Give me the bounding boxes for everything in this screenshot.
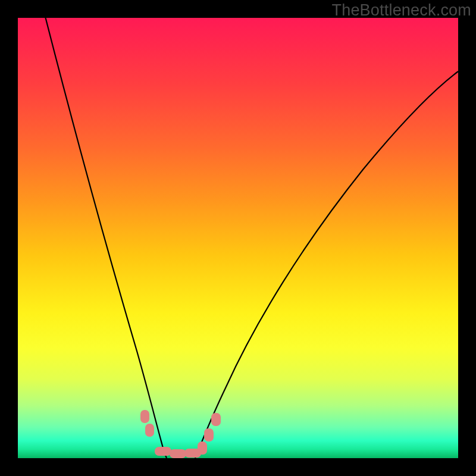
svg-rect-1 <box>145 424 154 437</box>
svg-rect-0 <box>140 410 149 423</box>
svg-rect-2 <box>155 447 171 456</box>
highlight-markers <box>140 410 221 458</box>
right-curve <box>195 71 458 458</box>
svg-rect-7 <box>211 413 221 426</box>
left-curve <box>44 18 167 458</box>
chart-frame: TheBottleneck.com <box>0 0 476 476</box>
watermark-text: TheBottleneck.com <box>331 1 471 20</box>
curve-overlay <box>18 18 458 458</box>
plot-area <box>18 18 458 458</box>
svg-rect-6 <box>204 428 214 441</box>
svg-rect-3 <box>170 449 186 458</box>
svg-rect-5 <box>198 441 207 455</box>
